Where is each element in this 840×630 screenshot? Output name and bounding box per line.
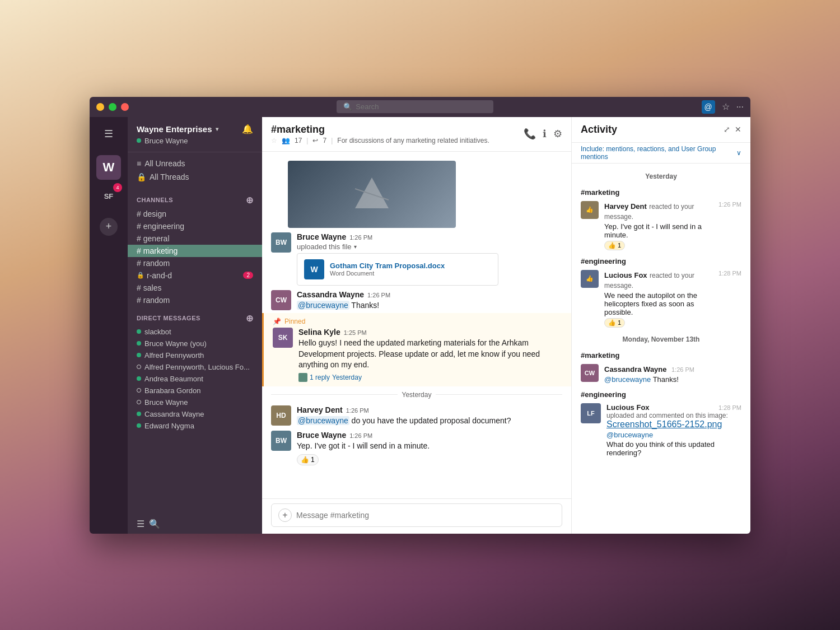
channel-design[interactable]: #design [128, 208, 262, 220]
phone-icon[interactable]: 📞 [524, 128, 536, 140]
history-icon[interactable]: ☰ [137, 519, 144, 529]
search-bottom-icon[interactable]: 🔍 [149, 519, 160, 529]
star-channel-icon[interactable]: ☆ [271, 137, 277, 144]
dropdown-arrow-icon[interactable]: ▾ [354, 244, 357, 250]
activity-avatar: 👍 [581, 270, 599, 288]
dm-barbara[interactable]: Barabara Gordon [128, 385, 262, 396]
reaction[interactable]: 👍 1 [297, 454, 319, 465]
at-icon[interactable]: @ [702, 100, 715, 114]
minimize-button[interactable] [96, 103, 104, 111]
channels-section-header: CHANNELS ⊕ [128, 188, 262, 208]
sidebar-item-label: All Unreads [144, 159, 185, 168]
unreads-icon: ≡ [137, 159, 141, 168]
lock-icon: 🔒 [137, 272, 144, 279]
channel-sales[interactable]: #sales [128, 282, 262, 294]
channel-random[interactable]: #random [128, 257, 262, 269]
message-group-cassandra: CW Cassandra Wayne 1:26 PM @brucewayne T… [262, 288, 571, 314]
channel-name: engineering [143, 222, 184, 231]
sidebar-item-all-unreads[interactable]: ≡ All Unreads [128, 157, 262, 170]
workspace-icon-2[interactable]: SF 4 [96, 184, 121, 209]
dm-andrea[interactable]: Andrea Beaumont [128, 373, 262, 385]
activity-panel: Activity ⤢ ✕ Include: mentions, reaction… [571, 117, 750, 534]
add-channel-icon[interactable]: ⊕ [246, 195, 254, 206]
add-dm-icon[interactable]: ⊕ [246, 313, 254, 324]
channel-general[interactable]: #general [128, 232, 262, 245]
dm-status-dot [137, 376, 141, 381]
message-text: @brucewayne do you have the updated prop… [297, 416, 562, 427]
expand-icon[interactable]: ⤢ [724, 125, 730, 134]
hash-icon: # [137, 296, 141, 305]
maximize-button[interactable] [109, 103, 116, 111]
notification-bell-icon[interactable]: 🔔 [242, 124, 253, 134]
close-activity-icon[interactable]: ✕ [735, 125, 741, 134]
dm-name: Alfred Pennyworth [144, 351, 204, 360]
sidebar-item-all-threads[interactable]: 🔒 All Threads [128, 170, 262, 184]
channel-r-and-d[interactable]: 🔒r-and-d 2 [128, 269, 262, 282]
pin-icon: 📌 [273, 318, 281, 325]
activity-filter[interactable]: Include: mentions, reactions, and User G… [572, 143, 750, 164]
dm-alfred-lucious[interactable]: Alfred Pennyworth, Lucious Fo... [128, 361, 262, 373]
workspace-name[interactable]: Wayne Enterprises ▾ [137, 124, 218, 134]
search-input[interactable] [356, 102, 487, 111]
sidebar-item-label-2: All Threads [150, 172, 189, 181]
message-header: Selina Kyle 1:25 PM [298, 328, 562, 337]
dm-slackbot[interactable]: slackbot [128, 326, 262, 338]
dm-alfred[interactable]: Alfred Pennyworth [128, 349, 262, 361]
settings-icon[interactable]: ⚙ [553, 128, 562, 140]
thread-count: 7 [323, 137, 326, 144]
dm-bruce[interactable]: Bruce Wayne [128, 396, 262, 408]
chat-messages: BW Bruce Wayne 1:26 PM uploaded this fil… [262, 152, 571, 498]
channel-marketing[interactable]: #marketing [128, 245, 262, 257]
hamburger-menu[interactable]: ☰ [96, 122, 121, 146]
sidebar-bottom: ☰ 🔍 [128, 514, 262, 534]
add-workspace-button[interactable]: + [100, 218, 118, 236]
pinned-banner: 📌 Pinned [273, 318, 562, 325]
chat-header: #marketing ☆ 👥 17 | ↩ 7 | For discussion… [262, 117, 571, 152]
info-icon[interactable]: ℹ [543, 128, 547, 140]
avatar: BW [271, 431, 291, 451]
dm-bruce-wayne-you[interactable]: Bruce Wayne (you) [128, 338, 262, 349]
threads-icon: 🔒 [137, 172, 146, 181]
reaction-count: 1 [311, 456, 315, 464]
more-icon[interactable]: ··· [736, 102, 744, 112]
file-attachment[interactable]: W Gotham City Tram Proposal.docx Word Do… [297, 253, 498, 286]
reply-count: 1 reply [310, 374, 330, 381]
file-type-icon: W [304, 259, 324, 279]
workspace-logo-2: SF [104, 192, 114, 200]
reaction-count: 1 [618, 242, 621, 249]
channel-name: random [143, 259, 170, 268]
dm-edward[interactable]: Edward Nygma [128, 420, 262, 432]
message-time: 1:25 PM [344, 329, 367, 336]
close-button[interactable] [121, 103, 129, 111]
search-bar[interactable]: 🔍 [337, 100, 493, 113]
dm-status-dot [137, 412, 141, 416]
sidebar: Wayne Enterprises ▾ 🔔 Bruce Wayne ≡ All … [128, 117, 262, 534]
channel-name: design [143, 209, 166, 218]
message-group-harvey: HD Harvey Dent 1:26 PM @brucewayne do yo… [262, 403, 571, 429]
activity-title: Activity [581, 124, 617, 136]
dm-section-header: DIRECT MESSAGES ⊕ [128, 306, 262, 326]
reply-button[interactable]: 1 reply Yesterday [298, 373, 562, 382]
act-link[interactable]: Screenshot_51665-2152.png [606, 419, 722, 429]
channel-random2[interactable]: #random [128, 294, 262, 306]
reaction-count: 1 [618, 319, 621, 326]
act-text: @brucewayne Thanks! [604, 375, 741, 384]
message-header: Bruce Wayne 1:26 PM [297, 232, 562, 241]
dm-name: Bruce Wayne [144, 398, 188, 407]
dm-cassandra[interactable]: Cassandra Wayne [128, 408, 262, 420]
star-icon[interactable]: ☆ [722, 101, 730, 112]
reply-avatar [298, 373, 307, 382]
attach-button[interactable]: + [278, 508, 292, 522]
act-text-2: What do you think of this updated render… [606, 440, 741, 457]
channel-engineering[interactable]: #engineering [128, 220, 262, 232]
activity-content: Lucious Fox reacted to your message. We … [604, 270, 713, 328]
chat-header-meta: ☆ 👥 17 | ↩ 7 | For discussions of any ma… [271, 137, 489, 144]
channels-list: #design #engineering #general #marketing… [128, 208, 262, 306]
message-input-area: + [262, 498, 571, 534]
dm-status-dot [137, 341, 141, 346]
workspace-logo-1: W [103, 160, 115, 175]
dm-status-dot [137, 353, 141, 357]
message-input[interactable] [296, 511, 555, 520]
dm-name: Andrea Beaumont [144, 375, 203, 383]
workspace-icon-1[interactable]: W [96, 155, 121, 180]
